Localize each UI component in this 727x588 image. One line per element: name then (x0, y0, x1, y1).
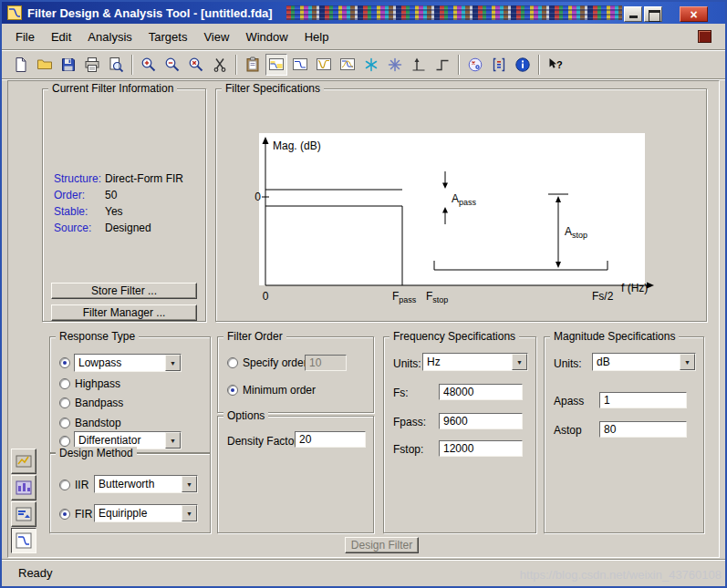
chevron-down-icon[interactable]: ▼ (165, 432, 181, 449)
freq-units-select[interactable]: Hz ▼ (422, 353, 528, 371)
menu-file[interactable]: File (7, 26, 43, 47)
zero-level-label: 0 (254, 191, 261, 203)
minimum-order-radio[interactable] (227, 385, 238, 396)
design-filter-icon (15, 531, 33, 550)
chevron-down-icon[interactable]: ▼ (512, 354, 527, 370)
sidebar-design-filter-button[interactable] (11, 528, 36, 553)
group-title: Magnitude Specifications (550, 330, 679, 343)
menu-window[interactable]: Window (237, 26, 296, 47)
toolbar-separator (538, 55, 540, 75)
pole-zero-plot-icon[interactable] (464, 54, 486, 76)
bandpass-label: Bandpass (75, 397, 123, 409)
bandpass-radio[interactable] (59, 397, 70, 408)
zoom-x-icon[interactable] (185, 54, 207, 76)
watermark: https://blog.csdn.net/weixin_43760108 (520, 568, 722, 582)
transform-filter-icon (15, 452, 33, 470)
menu-edit[interactable]: Edit (43, 26, 79, 47)
differentiator-radio[interactable] (59, 436, 70, 447)
filter-manager-button[interactable]: Filter Manager ... (51, 304, 197, 321)
store-filter-button[interactable]: Store Filter ... (51, 283, 197, 299)
toolbar-separator (458, 55, 460, 75)
save-icon[interactable] (57, 54, 79, 76)
mag-units-select[interactable]: dB ▼ (592, 353, 696, 371)
filter-specifications-view-icon[interactable] (265, 54, 287, 76)
frequency-specifications-group: Frequency Specifications Units: Hz ▼ Fs:… (383, 336, 536, 533)
group-title: Options (223, 409, 268, 422)
iir-label: IIR (75, 479, 88, 491)
svg-text:?: ? (556, 59, 563, 70)
phase-delay-icon[interactable] (384, 54, 406, 76)
clipboard-icon[interactable] (242, 54, 264, 76)
lowpass-radio[interactable] (59, 357, 70, 368)
filter-information-icon[interactable] (512, 54, 534, 76)
fs-input[interactable] (439, 384, 523, 400)
mag-units-label: Units: (554, 357, 582, 370)
fstop-input[interactable] (439, 440, 523, 457)
close-button[interactable]: × (680, 6, 708, 22)
specify-order-label: Specify order: (243, 356, 310, 369)
toolbar: ? (2, 51, 725, 79)
fs2-axis-label: Fs/2 (592, 290, 614, 303)
density-factor-input[interactable] (295, 431, 366, 448)
iir-method-select[interactable]: Butterworth ▼ (94, 475, 198, 493)
chevron-down-icon[interactable]: ▼ (165, 355, 181, 371)
maximize-button[interactable] (644, 6, 662, 22)
new-icon[interactable] (10, 54, 32, 76)
open-icon[interactable] (34, 54, 56, 76)
print-icon[interactable] (81, 54, 103, 76)
menu-targets[interactable]: Targets (140, 26, 196, 47)
fir-label: FIR (75, 508, 92, 521)
fs-label: Fs: (393, 387, 409, 399)
lowpass-select[interactable]: Lowpass ▼ (74, 354, 182, 372)
sidebar-transform-filter-button[interactable] (11, 449, 36, 474)
window-title: Filter Design & Analysis Tool - [untitle… (27, 6, 273, 20)
bandstop-radio[interactable] (59, 418, 70, 428)
print-preview-icon[interactable] (105, 54, 127, 76)
highpass-label: Highpass (75, 377, 120, 390)
astop-input[interactable] (599, 421, 687, 438)
astop-label: Astop (554, 424, 582, 437)
fir-radio[interactable] (59, 509, 70, 520)
specify-order-radio[interactable] (227, 357, 238, 368)
fpass-axis-label: Fpass (392, 290, 417, 304)
menu-help[interactable]: Help (296, 26, 338, 47)
menu-analysis[interactable]: Analysis (79, 26, 140, 47)
impulse-response-icon[interactable] (408, 54, 430, 76)
group-delay-icon[interactable] (360, 54, 382, 76)
density-factor-label: Density Factor: (227, 435, 301, 448)
design-filter-button[interactable]: Design Filter (345, 537, 419, 553)
highpass-radio[interactable] (59, 378, 70, 389)
minimize-button[interactable] (624, 6, 642, 22)
sidebar-quantization-button[interactable] (11, 475, 36, 500)
menu-view[interactable]: View (195, 26, 237, 47)
toolbar-separator (131, 55, 133, 75)
phase-response-icon[interactable] (313, 54, 335, 76)
source-label: Source: (54, 222, 91, 234)
apass-input[interactable] (599, 392, 687, 408)
sidebar-import-filter-button[interactable] (11, 501, 36, 527)
origin-label: 0 (263, 290, 269, 303)
step-response-icon[interactable] (431, 54, 453, 76)
scissors-icon[interactable] (209, 54, 231, 76)
group-title: Current Filter Information (48, 82, 177, 95)
fstop-label: Fstop: (393, 443, 423, 456)
zoom-out-icon[interactable] (161, 54, 183, 76)
magnitude-phase-response-icon[interactable] (337, 54, 358, 76)
chevron-down-icon[interactable]: ▼ (182, 476, 197, 492)
chevron-down-icon[interactable]: ▼ (680, 354, 695, 370)
specify-order-input[interactable] (305, 355, 347, 371)
freq-units-label: Units: (393, 357, 421, 370)
context-help-icon[interactable]: ? (545, 54, 566, 76)
group-title: Response Type (56, 330, 139, 343)
iir-radio[interactable] (59, 480, 70, 490)
import-filter-icon (15, 505, 33, 523)
lowpass-select-value: Lowpass (75, 355, 165, 371)
chevron-down-icon[interactable]: ▼ (182, 505, 197, 521)
filter-coefficients-icon[interactable] (488, 54, 510, 76)
status-text: Ready (18, 566, 53, 580)
magnitude-response-icon[interactable] (289, 54, 311, 76)
fir-method-select[interactable]: Equiripple ▼ (94, 504, 198, 522)
zoom-in-icon[interactable] (138, 54, 160, 76)
dock-icon[interactable] (698, 30, 711, 43)
fpass-input[interactable] (439, 413, 523, 429)
